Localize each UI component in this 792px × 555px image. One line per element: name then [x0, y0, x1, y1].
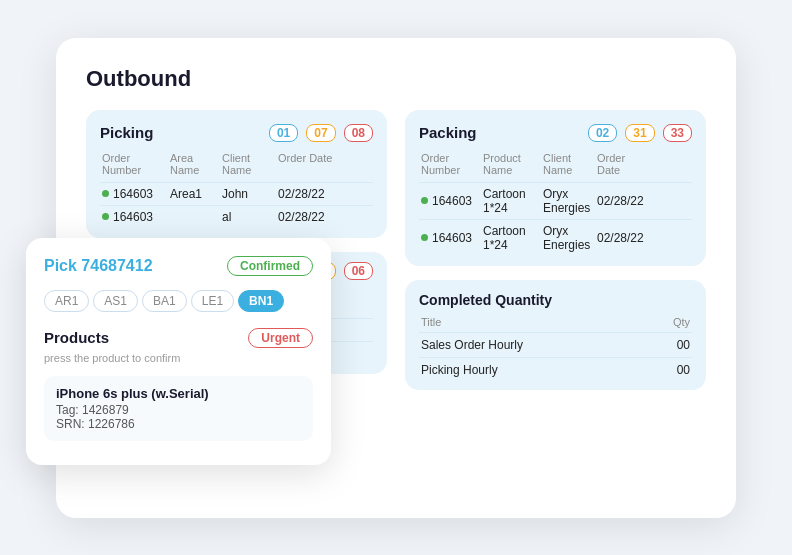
detail-header: Pick 74687412 Confirmed — [44, 256, 313, 276]
picking-col-client: Client Name — [222, 152, 278, 176]
picking-col-area: Area Name — [170, 152, 222, 176]
packing-client-2: Oryx Energies — [543, 224, 597, 252]
urgent-badge: Urgent — [248, 328, 313, 348]
picking-col-order: Order Number — [102, 152, 170, 176]
packing-header: Packing 02 31 33 — [419, 124, 692, 142]
packing-client-1: Oryx Energies — [543, 187, 597, 215]
picking-order-2: 164603 — [102, 210, 170, 224]
picking-client-2: al — [222, 210, 278, 224]
packing-badge-3: 33 — [663, 124, 692, 142]
picking-date-2: 02/28/22 — [278, 210, 334, 224]
packing-product-1: Cartoon 1*24 — [483, 187, 543, 215]
packing-date-1: 02/28/22 — [597, 194, 651, 208]
packing-date-2: 02/28/22 — [597, 231, 651, 245]
picking-client-1: John — [222, 187, 278, 201]
picking-col-headers: Order Number Area Name Client Name Order… — [100, 152, 373, 176]
packing-title: Packing — [419, 124, 580, 141]
cq-row-1: Sales Order Hourly 00 — [419, 332, 692, 357]
product-tag: Tag: 1426879 — [56, 403, 301, 417]
packing-col-order: Order Number — [421, 152, 483, 176]
packing-badge-2: 31 — [625, 124, 654, 142]
mini-badge-2: 06 — [344, 262, 373, 280]
packing-section: Packing 02 31 33 Order Number Product Na… — [405, 110, 706, 266]
cq-col-headers: Title Qty — [419, 316, 692, 328]
completed-quantity-title: Completed Quantity — [419, 292, 692, 308]
product-item[interactable]: iPhone 6s plus (w.Serial) Tag: 1426879 S… — [44, 376, 313, 441]
packing-row-1[interactable]: 164603 Cartoon 1*24 Oryx Energies 02/28/… — [419, 182, 692, 219]
tab-ba1[interactable]: BA1 — [142, 290, 187, 312]
product-srn: SRN: 1226786 — [56, 417, 301, 431]
picking-title: Picking — [100, 124, 261, 141]
tabs-row: AR1 AS1 BA1 LE1 BN1 — [44, 290, 313, 312]
packing-row-2[interactable]: 164603 Cartoon 1*24 Oryx Energies 02/28/… — [419, 219, 692, 256]
picking-area-1: Area1 — [170, 187, 222, 201]
cq-title-2: Picking Hourly — [421, 363, 498, 377]
main-card: Outbound Picking 01 07 08 Order Number A… — [56, 38, 736, 518]
cq-title-1: Sales Order Hourly — [421, 338, 523, 352]
picking-header: Picking 01 07 08 — [100, 124, 373, 142]
picking-badge-2: 07 — [306, 124, 335, 142]
product-name: iPhone 6s plus (w.Serial) — [56, 386, 301, 401]
cq-qty-2: 00 — [677, 363, 690, 377]
picking-badge-1: 01 — [269, 124, 298, 142]
packing-col-product: Product Name — [483, 152, 543, 176]
packing-col-client: Client Name — [543, 152, 597, 176]
tab-le1[interactable]: LE1 — [191, 290, 234, 312]
products-title: Products — [44, 329, 109, 346]
packing-order-2: 164603 — [421, 231, 483, 245]
picking-row-2[interactable]: 164603 al 02/28/22 — [100, 205, 373, 228]
cq-col-title: Title — [421, 316, 441, 328]
packing-order-1: 164603 — [421, 194, 483, 208]
detail-card: Pick 74687412 Confirmed AR1 AS1 BA1 LE1 … — [26, 238, 331, 465]
picking-col-date: Order Date — [278, 152, 334, 176]
picking-badge-3: 08 — [344, 124, 373, 142]
cq-col-qty: Qty — [673, 316, 690, 328]
cq-qty-1: 00 — [677, 338, 690, 352]
right-column: Packing 02 31 33 Order Number Product Na… — [405, 110, 706, 390]
packing-badge-1: 02 — [588, 124, 617, 142]
products-header: Products Urgent — [44, 328, 313, 348]
picking-section: Picking 01 07 08 Order Number Area Name … — [86, 110, 387, 238]
picking-order-1: 164603 — [102, 187, 170, 201]
picking-date-1: 02/28/22 — [278, 187, 334, 201]
page-title: Outbound — [86, 66, 706, 92]
packing-col-date: Order Date — [597, 152, 651, 176]
completed-quantity-section: Completed Quantity Title Qty Sales Order… — [405, 280, 706, 390]
packing-col-headers: Order Number Product Name Client Name Or… — [419, 152, 692, 176]
picking-row-1[interactable]: 164603 Area1 John 02/28/22 — [100, 182, 373, 205]
tab-ar1[interactable]: AR1 — [44, 290, 89, 312]
tab-bn1[interactable]: BN1 — [238, 290, 284, 312]
products-subtitle: press the product to confirm — [44, 352, 313, 364]
confirmed-badge: Confirmed — [227, 256, 313, 276]
packing-product-2: Cartoon 1*24 — [483, 224, 543, 252]
cq-row-2: Picking Hourly 00 — [419, 357, 692, 382]
tab-as1[interactable]: AS1 — [93, 290, 138, 312]
pick-id: Pick 74687412 — [44, 257, 153, 275]
